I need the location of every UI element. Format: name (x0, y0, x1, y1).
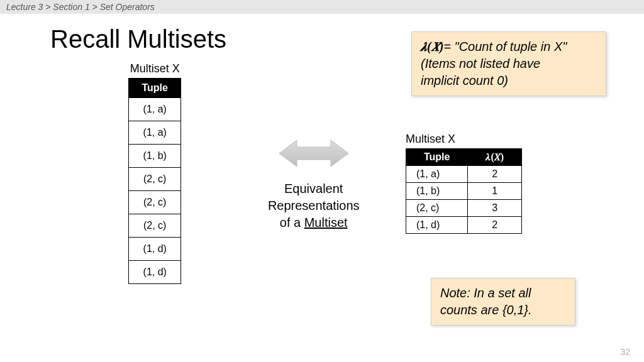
left-column: Multiset X Tuple (1, a) (1, a) (1, b) (2… (88, 62, 221, 284)
table-row: (1, b) (406, 183, 467, 200)
table-row: (2, c) (406, 200, 467, 217)
table-row: (1, a) (406, 166, 467, 183)
table-row: 1 (468, 183, 522, 200)
middle-column: Equivalent Representations of a Multiset (247, 62, 380, 231)
right-th-lambda: 𝜆(𝑋) (468, 149, 522, 166)
right-th-tuple: Tuple (406, 149, 467, 166)
table-row: (2, c) (129, 191, 180, 214)
table-row: 3 (468, 200, 522, 217)
table-row: (1, d) (129, 238, 180, 261)
left-th: Tuple (129, 79, 180, 98)
table-row: (1, d) (406, 217, 467, 234)
right-table-label: Multiset X (406, 133, 455, 146)
page-number: 32 (620, 347, 630, 357)
table-row: (1, a) (129, 98, 180, 121)
table-row: (1, a) (129, 121, 180, 145)
table-row: (2, c) (129, 168, 180, 191)
callout-text-1: = "Count of tuple in X" (443, 40, 567, 53)
lambda-expr: 𝝀(𝑿) (421, 40, 443, 53)
callout-lambda-def: 𝝀(𝑿)= "Count of tuple in X" (Items not l… (411, 31, 606, 96)
table-row: (1, d) (129, 261, 180, 284)
table-row: 2 (468, 166, 522, 183)
svg-marker-0 (279, 140, 348, 167)
left-table: Tuple (1, a) (1, a) (1, b) (2, c) (2, c)… (128, 78, 180, 284)
table-row: (1, b) (129, 145, 180, 168)
callout-note: Note: In a set all counts are {0,1}. (431, 278, 575, 326)
slide-body: Recall Multisets 𝝀(𝑿)= "Count of tuple i… (0, 14, 644, 362)
right-table: Tuple 𝜆(𝑋) (1, a)2 (1, b)1 (2, c)3 (1, d… (406, 148, 522, 234)
arrow-caption: Equivalent Representations of a Multiset (268, 180, 360, 231)
right-column: Multiset X Tuple 𝜆(𝑋) (1, a)2 (1, b)1 (2… (406, 62, 600, 326)
table-row: 2 (468, 217, 522, 234)
left-table-label: Multiset X (130, 62, 180, 75)
table-row: (2, c) (129, 214, 180, 238)
callout-text-2: (Items not listed have (421, 57, 540, 70)
breadcrumb: Lecture 3 > Section 1 > Set Operators (0, 0, 644, 14)
double-arrow-icon (279, 138, 348, 169)
callout-text-3: implicit count 0) (421, 74, 508, 87)
